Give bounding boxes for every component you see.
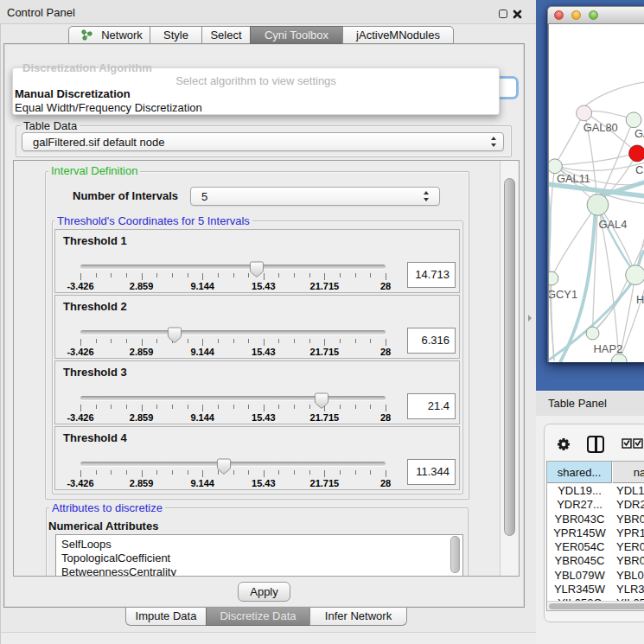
svg-text:GAL11: GAL11 <box>557 172 590 185</box>
svg-text:GCY1: GCY1 <box>548 288 577 301</box>
svg-text:CDC6: CDC6 <box>635 163 644 176</box>
svg-text:GAL2: GAL2 <box>634 127 644 140</box>
svg-text:HIS4: HIS4 <box>636 293 644 306</box>
svg-text:HAP2: HAP2 <box>594 342 623 355</box>
svg-text:GAL4: GAL4 <box>598 218 627 231</box>
svg-text:GAL80: GAL80 <box>583 121 618 134</box>
